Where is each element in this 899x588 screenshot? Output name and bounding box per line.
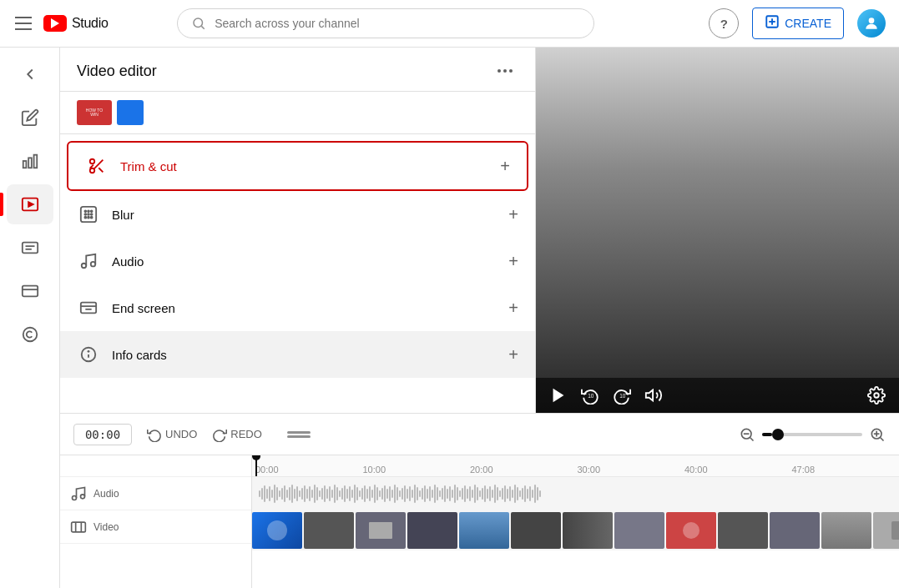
sidebar-item-subtitles[interactable] — [7, 228, 53, 268]
create-plus-icon — [765, 14, 780, 33]
tool-item-blur[interactable]: Blur + — [60, 191, 535, 238]
svg-point-26 — [84, 214, 86, 215]
ruler-mark-5: 47:08 — [792, 458, 900, 475]
sidebar-item-back[interactable] — [7, 54, 53, 94]
sidebar-item-edit[interactable] — [7, 98, 53, 138]
zoom-out-button[interactable] — [739, 426, 755, 443]
zoom-slider-thumb[interactable] — [772, 429, 784, 440]
svg-line-20 — [98, 168, 103, 172]
vid-thumb-5 — [511, 512, 561, 549]
header-right: ? CREATE — [709, 8, 886, 39]
create-label: CREATE — [785, 17, 831, 30]
left-panel: Video editor HOW TOWIN — [60, 48, 536, 413]
svg-rect-54 — [72, 522, 86, 532]
tool-item-blur-left: Blur — [77, 203, 134, 226]
audio-icon — [77, 249, 100, 273]
thumb-text: HOW TOWIN — [86, 108, 103, 118]
ruler-label-placeholder — [60, 455, 251, 477]
svg-point-17 — [90, 159, 95, 164]
vid-thumb-3 — [407, 512, 457, 549]
redo-label: REDO — [230, 428, 262, 440]
play-button[interactable] — [549, 386, 568, 405]
svg-point-24 — [88, 210, 89, 212]
svg-text:10: 10 — [588, 393, 594, 399]
thumbnail-blue — [117, 100, 144, 125]
main-layout: Video editor HOW TOWIN — [0, 48, 899, 588]
tool-blur-add[interactable]: + — [508, 206, 518, 223]
help-button[interactable]: ? — [709, 8, 739, 38]
vid-thumb-11 — [821, 512, 871, 549]
svg-line-51 — [881, 437, 884, 440]
volume-button[interactable] — [644, 386, 663, 405]
avatar[interactable] — [857, 9, 886, 38]
zoom-in-button[interactable] — [869, 426, 886, 443]
svg-point-33 — [91, 262, 96, 267]
rewind-10-button[interactable]: 10 — [581, 386, 599, 405]
zoom-slider[interactable] — [762, 433, 862, 436]
ruler-marks: 00:00 10:00 20:00 30:00 40:00 47:08 — [252, 458, 899, 475]
svg-point-16 — [23, 328, 37, 342]
track-labels: Audio Video — [60, 455, 252, 588]
tool-endscreen-add[interactable]: + — [508, 299, 518, 316]
undo-button[interactable]: UNDO — [142, 424, 202, 445]
ruler-mark-2: 20:00 — [470, 458, 578, 475]
settings-button[interactable] — [867, 386, 886, 405]
svg-point-28 — [91, 214, 93, 215]
tool-item-endscreen[interactable]: End screen + — [60, 284, 535, 331]
tool-item-infocards[interactable]: Info cards + — [60, 331, 535, 378]
menu-icon[interactable] — [13, 13, 33, 33]
svg-point-29 — [84, 217, 86, 219]
tool-item-infocards-left: Info cards — [77, 343, 167, 366]
vid-thumb-9 — [718, 512, 768, 549]
tool-item-trim[interactable]: Trim & cut + — [67, 141, 528, 191]
video-track-label-text: Video — [93, 521, 119, 533]
tool-item-endscreen-left: End screen — [77, 296, 175, 319]
vid-thumb-10 — [770, 512, 820, 549]
sidebar-item-copyright[interactable] — [7, 314, 53, 354]
svg-marker-40 — [553, 389, 564, 403]
undo-label: UNDO — [165, 428, 197, 440]
tool-trim-label: Trim & cut — [120, 159, 177, 173]
tool-item-audio[interactable]: Audio + — [60, 238, 535, 284]
svg-point-30 — [88, 217, 89, 219]
info-icon — [77, 343, 100, 366]
video-thumbnails-track[interactable] — [252, 510, 899, 550]
vid-thumb-1 — [304, 512, 354, 549]
tool-endscreen-label: End screen — [112, 301, 175, 315]
sidebar-item-analytics[interactable] — [7, 141, 53, 181]
ruler-mark-4: 40:00 — [684, 458, 792, 475]
more-icon — [497, 69, 513, 73]
search-bar[interactable] — [177, 8, 594, 38]
studio-label: Studio — [72, 16, 109, 31]
timeline-content: Audio Video 00:00 10:00 20:00 — [60, 455, 899, 588]
redo-button[interactable]: REDO — [207, 424, 267, 445]
search-input[interactable] — [215, 17, 580, 30]
content-area: Video editor HOW TOWIN — [60, 48, 899, 588]
svg-point-52 — [73, 495, 77, 500]
svg-marker-43 — [646, 390, 653, 401]
vid-thumb-4 — [459, 512, 509, 549]
ruler-mark-1: 10:00 — [363, 458, 471, 475]
tool-trim-add[interactable]: + — [500, 158, 510, 174]
tool-list: Trim & cut + — [60, 134, 535, 384]
tool-item-audio-left: Audio — [77, 249, 144, 273]
logo-area: Studio — [43, 15, 109, 32]
search-icon — [191, 16, 206, 31]
svg-point-32 — [82, 264, 87, 269]
panel-more-button[interactable] — [492, 58, 518, 84]
blur-icon — [77, 203, 100, 226]
tool-audio-add[interactable]: + — [508, 253, 518, 269]
youtube-icon — [43, 15, 67, 32]
header: Studio ? CREATE — [0, 0, 899, 48]
vid-thumb-6 — [563, 512, 613, 549]
svg-point-18 — [90, 168, 95, 173]
timeline-section: 00:00 UNDO REDO — [60, 413, 899, 588]
create-button[interactable]: CREATE — [752, 8, 844, 39]
icon-sidebar — [0, 48, 60, 588]
forward-10-button[interactable]: 10 — [613, 386, 631, 405]
sidebar-item-video-editor[interactable] — [7, 184, 53, 224]
sidebar-item-endscreen[interactable] — [7, 271, 53, 311]
tool-infocards-add[interactable]: + — [508, 346, 518, 363]
audio-waveform-track[interactable] — [252, 477, 899, 510]
svg-point-25 — [91, 210, 93, 212]
